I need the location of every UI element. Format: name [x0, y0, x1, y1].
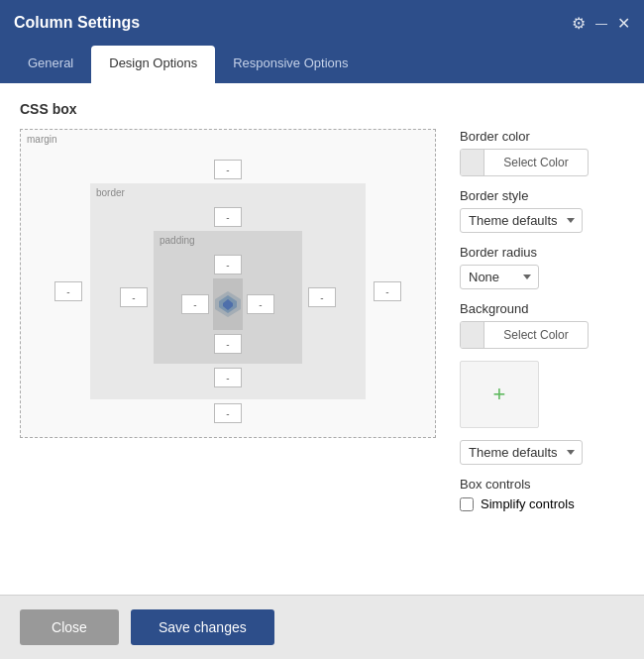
padding-top-input[interactable]: - — [214, 255, 242, 275]
simplify-controls-row: Simplify controls — [460, 496, 624, 511]
border-radius-select[interactable]: None 3px 5px 10px Round — [460, 265, 539, 289]
margin-top-row: - — [54, 160, 401, 179]
border-style-field: Border style Theme defaults None Solid D… — [460, 188, 624, 233]
border-middle-row: - padding - - — [120, 231, 336, 364]
padding-right-input[interactable]: - — [247, 294, 274, 314]
simplify-controls-checkbox[interactable] — [460, 497, 474, 511]
border-bottom-input[interactable]: - — [214, 368, 242, 387]
save-button[interactable]: Save changes — [131, 609, 274, 645]
border-top-input[interactable]: - — [214, 207, 242, 227]
column-settings-window: Column Settings General Design Options R… — [0, 0, 644, 659]
titlebar: Column Settings — [0, 0, 644, 46]
margin-label: margin — [27, 134, 57, 145]
tab-responsive[interactable]: Responsive Options — [215, 46, 366, 83]
minimize-icon[interactable] — [595, 14, 607, 32]
tab-general[interactable]: General — [10, 46, 91, 83]
border-color-swatch — [461, 150, 484, 175]
plus-icon: + — [493, 382, 506, 407]
margin-box: margin - - border - — [20, 129, 436, 438]
tab-design[interactable]: Design Options — [91, 46, 215, 83]
border-box: border - - padding — [90, 183, 366, 399]
background-color-button[interactable]: Select Color — [460, 321, 589, 349]
border-color-button[interactable]: Select Color — [460, 149, 589, 176]
border-label: border — [96, 187, 125, 198]
margin-left-input[interactable]: - — [54, 281, 82, 301]
background-field: Background Select Color — [460, 301, 624, 349]
close-icon[interactable] — [617, 14, 630, 33]
background-color-text: Select Color — [484, 324, 588, 346]
border-radius-label: Border radius — [460, 245, 624, 260]
border-style-label: Border style — [460, 188, 624, 203]
margin-top-input[interactable]: - — [214, 160, 242, 179]
right-panel: Border color Select Color Border style T… — [460, 129, 624, 583]
settings-icon[interactable] — [572, 14, 586, 33]
logo-icon — [213, 289, 243, 319]
margin-right-input[interactable]: - — [374, 281, 401, 301]
margin-bottom-input[interactable]: - — [214, 403, 242, 423]
center-logo-area — [213, 278, 243, 330]
border-color-field: Border color Select Color — [460, 129, 624, 176]
border-right-input[interactable]: - — [308, 287, 336, 307]
window-controls — [572, 14, 630, 33]
margin-bottom-row: - — [54, 403, 401, 423]
footer: Close Save changes — [0, 595, 644, 659]
padding-middle-row: - — [181, 278, 274, 330]
padding-label: padding — [160, 235, 195, 246]
image-style-select[interactable]: Theme defaults Custom — [460, 440, 583, 465]
css-box-container: margin - - border - — [20, 129, 436, 583]
content-row: margin - - border - — [20, 129, 624, 583]
border-top-row: - — [120, 207, 336, 227]
close-button[interactable]: Close — [20, 609, 119, 645]
section-title: CSS box — [20, 101, 624, 117]
simplify-controls-label: Simplify controls — [481, 496, 575, 511]
border-color-text: Select Color — [484, 152, 588, 173]
image-add-field: + — [460, 361, 624, 428]
border-style-select[interactable]: Theme defaults None Solid Dashed Dotted — [460, 208, 583, 233]
background-label: Background — [460, 301, 624, 316]
border-left-input[interactable]: - — [120, 287, 148, 307]
window-title: Column Settings — [14, 14, 140, 32]
padding-bottom-input[interactable]: - — [214, 334, 242, 354]
main-content: CSS box margin - - border — [0, 83, 644, 595]
tab-bar: General Design Options Responsive Option… — [0, 46, 644, 83]
margin-middle-row: - border - - — [54, 183, 401, 399]
border-color-label: Border color — [460, 129, 624, 144]
box-controls-label: Box controls — [460, 477, 624, 492]
image-select-field: Theme defaults Custom — [460, 440, 624, 465]
border-bottom-row: - — [120, 368, 336, 387]
add-image-button[interactable]: + — [460, 361, 539, 428]
box-controls-field: Box controls Simplify controls — [460, 477, 624, 511]
background-color-swatch — [461, 322, 484, 348]
padding-box: padding - - — [154, 231, 302, 364]
border-radius-field: Border radius None 3px 5px 10px Round — [460, 245, 624, 289]
padding-bottom-row: - — [181, 334, 274, 354]
padding-top-row: - — [181, 255, 274, 275]
padding-left-input[interactable]: - — [181, 294, 209, 314]
